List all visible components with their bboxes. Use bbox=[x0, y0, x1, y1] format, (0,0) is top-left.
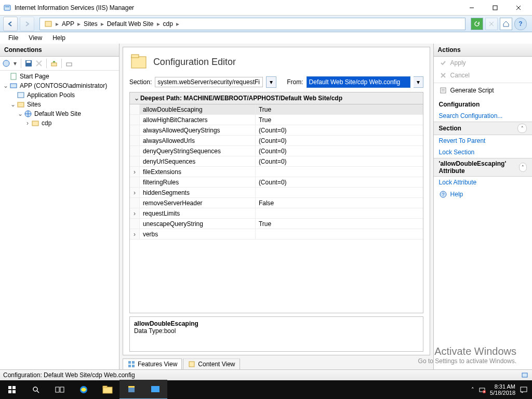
breadcrumb-item[interactable]: cdp bbox=[161, 18, 175, 30]
home-button[interactable] bbox=[500, 18, 512, 30]
action-lock-section[interactable]: Lock Section bbox=[434, 147, 532, 158]
property-value[interactable]: (Count=0) bbox=[256, 177, 423, 187]
property-value[interactable] bbox=[256, 229, 423, 239]
property-value[interactable]: (Count=0) bbox=[256, 156, 423, 166]
collapse-icon[interactable]: ⌄ bbox=[17, 110, 24, 117]
tray-up-icon[interactable]: ˄ bbox=[471, 387, 474, 393]
save-icon[interactable] bbox=[24, 59, 33, 68]
breadcrumb-item[interactable]: APP bbox=[60, 18, 76, 30]
expand-icon[interactable]: › bbox=[24, 119, 31, 127]
settings-icon[interactable] bbox=[65, 59, 73, 68]
expand-icon[interactable]: › bbox=[130, 229, 140, 239]
tray-notifications-icon[interactable] bbox=[520, 385, 528, 394]
action-lock-attribute[interactable]: Lock Attribute bbox=[434, 177, 532, 188]
tree-sites[interactable]: ⌄ Sites bbox=[0, 100, 119, 109]
property-value[interactable]: True bbox=[256, 104, 423, 114]
property-value[interactable]: True bbox=[256, 115, 423, 125]
taskbar-app[interactable] bbox=[143, 380, 167, 399]
property-grid-header[interactable]: ⌄ Deepest Path: MACHINE/WEBROOT/APPHOST/… bbox=[130, 92, 423, 104]
breadcrumb[interactable]: ▸ APP ▸ Sites ▸ Default Web Site ▸ cdp ▸ bbox=[39, 18, 466, 30]
svg-rect-27 bbox=[132, 365, 135, 367]
system-tray[interactable]: ˄ 8:31 AM 5/18/2018 bbox=[471, 383, 532, 396]
taskbar-iis[interactable] bbox=[119, 380, 143, 399]
taskview-button[interactable] bbox=[48, 380, 72, 399]
chevron-up-icon[interactable]: ˄ bbox=[517, 124, 527, 133]
up-icon[interactable] bbox=[50, 59, 58, 68]
taskbar-ie[interactable] bbox=[72, 380, 96, 399]
property-row[interactable]: denyQueryStringSequences(Count=0) bbox=[130, 146, 423, 156]
breadcrumb-item[interactable]: Default Web Site bbox=[105, 18, 156, 30]
connections-tree[interactable]: Start Page ⌄ APP (CONTOSO\administrator)… bbox=[0, 71, 119, 370]
search-button[interactable] bbox=[24, 380, 48, 399]
property-row[interactable]: ›requestLimits bbox=[130, 208, 423, 219]
property-row[interactable]: allowDoubleEscapingTrue bbox=[130, 104, 423, 115]
minimize-button[interactable] bbox=[460, 0, 483, 15]
back-button[interactable] bbox=[3, 17, 18, 31]
from-select[interactable]: Default Web Site/cdp Web.config bbox=[307, 76, 410, 88]
action-revert-to-parent[interactable]: Revert To Parent bbox=[434, 135, 532, 147]
expand-icon[interactable]: › bbox=[130, 208, 140, 218]
property-row[interactable]: denyUrlSequences(Count=0) bbox=[130, 156, 423, 167]
expand-icon[interactable]: › bbox=[130, 167, 140, 177]
menu-view[interactable]: View bbox=[23, 33, 47, 43]
tree-start-page[interactable]: Start Page bbox=[0, 72, 119, 81]
property-key: removeServerHeader bbox=[140, 198, 256, 208]
collapse-icon[interactable]: ⌄ bbox=[9, 101, 17, 108]
close-button[interactable] bbox=[507, 0, 530, 15]
group-section: Section ˄ bbox=[434, 122, 532, 135]
svg-rect-37 bbox=[8, 386, 11, 389]
property-value[interactable] bbox=[256, 188, 423, 197]
stop-button[interactable] bbox=[485, 18, 498, 30]
maximize-button[interactable] bbox=[483, 0, 507, 15]
property-value[interactable]: True bbox=[256, 219, 423, 229]
property-row[interactable]: ›verbs bbox=[130, 229, 423, 240]
taskbar-explorer[interactable] bbox=[96, 380, 119, 399]
tree-app-pools[interactable]: Application Pools bbox=[0, 90, 119, 100]
chevron-up-icon[interactable]: ˄ bbox=[519, 163, 527, 172]
property-row[interactable]: ›hiddenSegments bbox=[130, 188, 423, 198]
property-value[interactable] bbox=[256, 167, 423, 177]
property-value[interactable] bbox=[256, 208, 423, 218]
property-value[interactable]: (Count=0) bbox=[256, 136, 423, 145]
property-row[interactable]: ›fileExtensions bbox=[130, 167, 423, 177]
collapse-icon[interactable]: ⌄ bbox=[2, 82, 9, 89]
breadcrumb-item[interactable]: Sites bbox=[82, 18, 100, 30]
property-row[interactable]: allowHighBitCharactersTrue bbox=[130, 115, 423, 125]
property-row[interactable]: unescapeQueryStringTrue bbox=[130, 219, 423, 229]
forward-button[interactable] bbox=[20, 17, 34, 31]
property-row[interactable]: removeServerHeaderFalse bbox=[130, 198, 423, 208]
property-value[interactable]: (Count=0) bbox=[256, 146, 423, 156]
tree-default-site[interactable]: ⌄ Default Web Site bbox=[0, 109, 119, 118]
action-generate-script[interactable]: Generate Script bbox=[434, 84, 532, 97]
help-button[interactable]: ? bbox=[514, 18, 527, 30]
svg-rect-21 bbox=[32, 121, 38, 126]
property-value[interactable]: False bbox=[256, 198, 423, 208]
expand-icon[interactable]: › bbox=[130, 188, 140, 197]
collapse-icon[interactable]: ⌄ bbox=[133, 95, 140, 102]
property-grid[interactable]: ⌄ Deepest Path: MACHINE/WEBROOT/APPHOST/… bbox=[129, 92, 423, 313]
section-dropdown[interactable]: ▾ bbox=[266, 76, 276, 88]
cancel-icon bbox=[439, 71, 447, 79]
action-search-configuration[interactable]: Search Configuration... bbox=[434, 110, 532, 122]
tray-network-icon[interactable] bbox=[478, 386, 486, 393]
property-row[interactable]: alwaysAllowedUrls(Count=0) bbox=[130, 136, 423, 146]
property-row[interactable]: filteringRules(Count=0) bbox=[130, 177, 423, 188]
menu-help[interactable]: Help bbox=[47, 33, 71, 43]
action-help[interactable]: ? Help bbox=[434, 188, 532, 201]
delete-icon[interactable] bbox=[35, 59, 43, 68]
start-button[interactable] bbox=[0, 380, 24, 399]
dropdown-icon[interactable]: ▾ bbox=[12, 59, 18, 68]
property-value[interactable]: (Count=0) bbox=[256, 125, 423, 135]
from-dropdown[interactable]: ▾ bbox=[414, 76, 423, 88]
tab-features-view[interactable]: Features View bbox=[123, 358, 182, 370]
property-row[interactable]: alwaysAllowedQueryStrings(Count=0) bbox=[130, 125, 423, 136]
appools-icon bbox=[17, 91, 25, 99]
connect-icon[interactable] bbox=[2, 59, 10, 68]
tray-clock[interactable]: 8:31 AM 5/18/2018 bbox=[490, 383, 515, 396]
section-input[interactable] bbox=[155, 77, 263, 87]
menu-file[interactable]: File bbox=[3, 33, 23, 43]
tree-cdp[interactable]: › cdp bbox=[0, 118, 119, 128]
refresh-button[interactable] bbox=[471, 18, 483, 30]
tree-server[interactable]: ⌄ APP (CONTOSO\administrator) bbox=[0, 81, 119, 90]
tab-content-view[interactable]: Content View bbox=[183, 358, 240, 370]
